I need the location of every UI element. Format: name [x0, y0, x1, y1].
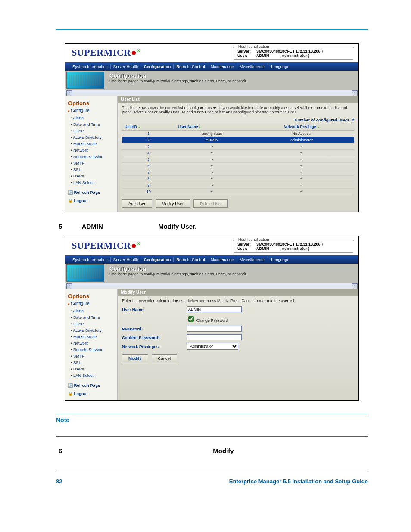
- section-desc-2: Use these pages to configure various set…: [109, 272, 354, 276]
- menu-maintenance[interactable]: Maintenance: [208, 64, 237, 69]
- menu2-server-health[interactable]: Server Health: [111, 257, 141, 262]
- sidebar2-item-users[interactable]: Users: [71, 366, 115, 372]
- username-input[interactable]: [187, 306, 242, 312]
- table-row[interactable]: 10~~: [122, 189, 354, 195]
- menu2-maintenance[interactable]: Maintenance: [208, 257, 237, 262]
- sidebar2-item-mouse-mode[interactable]: Mouse Mode: [71, 333, 115, 340]
- add-user-button[interactable]: Add User: [122, 199, 152, 208]
- sidebar-item-lan-select[interactable]: LAN Select: [71, 179, 115, 186]
- table-row[interactable]: 6~~: [122, 163, 354, 169]
- host-identification-box-2: Host Identification Server:SMC003048018C…: [233, 240, 354, 253]
- delete-user-button[interactable]: Delete User: [193, 199, 228, 208]
- table-row[interactable]: 5~~: [122, 156, 354, 163]
- table-row[interactable]: 1anonymousNo Access: [122, 131, 354, 137]
- step-5-modify-user: Modify User.: [158, 223, 196, 230]
- sidebar2-item-active-directory[interactable]: Active Directory: [71, 327, 115, 333]
- sidebar-item-network[interactable]: Network: [71, 147, 115, 153]
- table-row[interactable]: 9~~: [122, 182, 354, 189]
- sidebar2-item-alerts[interactable]: Alerts: [71, 308, 115, 314]
- supermicro-logo: SUPERMICR●®: [72, 47, 140, 58]
- password-input[interactable]: [187, 326, 242, 332]
- sidebar-item-users[interactable]: Users: [71, 173, 115, 179]
- step-6-number: 6: [59, 447, 80, 454]
- sidebar-item-alerts[interactable]: Alerts: [71, 115, 115, 121]
- sidebar-configure[interactable]: Configure: [68, 108, 115, 113]
- scroll-left-icon[interactable]: ‹: [66, 90, 72, 96]
- table-row[interactable]: 8~~: [122, 176, 354, 182]
- menu2-configuration[interactable]: Configuration: [141, 257, 174, 262]
- change-password-checkbox[interactable]: Change Password: [187, 315, 228, 323]
- menu-system-information[interactable]: System Information: [70, 64, 111, 69]
- sidebar2-item-lan-select[interactable]: LAN Select: [71, 372, 115, 379]
- table-row[interactable]: 2ADMINAdministrator: [122, 137, 354, 143]
- sidebar-item-date-time[interactable]: Date and Time: [71, 121, 115, 128]
- menu-server-health[interactable]: Server Health: [111, 64, 141, 69]
- sidebar-item-active-directory[interactable]: Active Directory: [71, 134, 115, 140]
- col-username[interactable]: User Name ▴: [175, 123, 249, 131]
- section-title-2: Configuration: [109, 265, 354, 272]
- table-row[interactable]: 4~~: [122, 150, 354, 156]
- sidebar-header: Options: [68, 100, 115, 106]
- sidebar-header-2: Options: [68, 293, 115, 299]
- sidebar-item-smtp[interactable]: SMTP: [71, 160, 115, 166]
- menu2-system-information[interactable]: System Information: [70, 257, 111, 262]
- step-5-number: 5: [59, 223, 80, 230]
- sidebar2-item-date-time[interactable]: Date and Time: [71, 314, 115, 320]
- menu2-miscellaneous[interactable]: Miscellaneous: [237, 257, 268, 262]
- refresh-page-link[interactable]: Refresh Page: [68, 190, 115, 195]
- section-desc: Use these pages to configure various set…: [109, 79, 354, 83]
- menu-configuration[interactable]: Configuration: [141, 64, 174, 69]
- user-list-desc: The list below shows the current list of…: [122, 106, 354, 114]
- sidebar2-item-network[interactable]: Network: [71, 340, 115, 346]
- server-label: Server:: [237, 49, 256, 53]
- panel-title-user-list: User List: [118, 96, 358, 103]
- sidebar2-item-ldap[interactable]: LDAP: [71, 320, 115, 327]
- scroll-right-icon[interactable]: ›: [352, 90, 358, 96]
- sidebar-item-mouse-mode[interactable]: Mouse Mode: [71, 140, 115, 147]
- sidebar2-item-remote-session[interactable]: Remote Session: [71, 346, 115, 353]
- sidebar-item-ssl[interactable]: SSL: [71, 166, 115, 173]
- user-count: Number of configured users: 2: [122, 118, 354, 122]
- sidebar-item-remote-session[interactable]: Remote Session: [71, 153, 115, 160]
- step-5-admin: ADMIN: [82, 223, 103, 230]
- horizontal-scrollbar-2[interactable]: ‹ ›: [65, 283, 358, 289]
- note-label: Note: [56, 417, 368, 423]
- footer-rule: [56, 472, 368, 472]
- menu-remote-control[interactable]: Remote Control: [174, 64, 208, 69]
- col-userid[interactable]: UserID ▴: [122, 123, 175, 131]
- sidebar: Options Configure Alerts Date and Time L…: [65, 96, 118, 212]
- col-privilege[interactable]: Network Privilege ▴: [249, 123, 354, 131]
- scroll-left-icon-2[interactable]: ‹: [66, 283, 72, 289]
- modify-user-button[interactable]: Modify User: [156, 199, 190, 208]
- user-label: User:: [237, 53, 256, 58]
- sidebar-2: Options Configure Alerts Date and Time L…: [65, 289, 118, 400]
- panel-title-modify-user: Modify User: [118, 289, 358, 296]
- header-thumbnail: [66, 72, 104, 89]
- sidebar2-item-smtp[interactable]: SMTP: [71, 353, 115, 359]
- sidebar2-item-ssl[interactable]: SSL: [71, 359, 115, 366]
- header-thumbnail-2: [66, 264, 104, 282]
- step-6-line: 6 Modify: [59, 447, 368, 454]
- confirm-password-input[interactable]: [187, 334, 242, 340]
- table-row[interactable]: 3~~: [122, 143, 354, 150]
- horizontal-scrollbar[interactable]: ‹ ›: [65, 90, 358, 96]
- network-priv-select[interactable]: Administrator: [187, 343, 238, 350]
- scroll-right-icon-2[interactable]: ›: [352, 283, 358, 289]
- main-menu: System Information Server Health Configu…: [65, 62, 358, 71]
- host-id-legend: Host Identification: [237, 44, 271, 49]
- username-label: User Name:: [122, 307, 187, 312]
- sidebar-configure-2[interactable]: Configure: [68, 301, 115, 306]
- logout-link-2[interactable]: Logout: [68, 391, 115, 396]
- cancel-button[interactable]: Cancel: [152, 354, 177, 362]
- step-5-line: 5 ADMIN Modify User.: [59, 223, 368, 230]
- sidebar-item-ldap[interactable]: LDAP: [71, 128, 115, 134]
- modify-button[interactable]: Modify: [122, 354, 148, 362]
- menu-language[interactable]: Language: [268, 64, 292, 69]
- menu2-remote-control[interactable]: Remote Control: [174, 257, 208, 262]
- main-menu-2: System Information Server Health Configu…: [65, 255, 358, 264]
- menu2-language[interactable]: Language: [268, 257, 292, 262]
- logout-link[interactable]: Logout: [68, 198, 115, 203]
- menu-miscellaneous[interactable]: Miscellaneous: [237, 64, 268, 69]
- refresh-page-link-2[interactable]: Refresh Page: [68, 383, 115, 388]
- table-row[interactable]: 7~~: [122, 169, 354, 176]
